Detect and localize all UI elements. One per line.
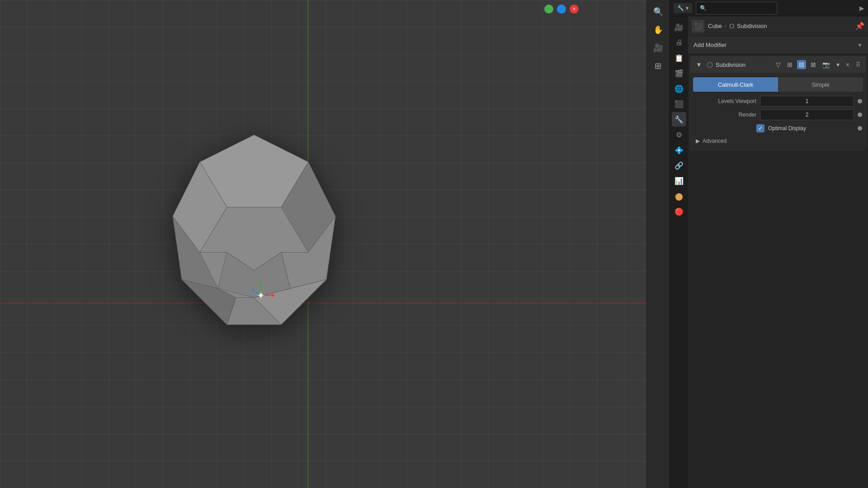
optimal-display-label: Optimal Display (768, 125, 806, 131)
sidebar-item-modifiers[interactable]: 🔧 (672, 112, 686, 127)
render-input[interactable] (760, 109, 854, 120)
camera-button[interactable]: 🎥 (650, 40, 666, 56)
advanced-toggle-btn[interactable]: ▶ Advanced (696, 138, 726, 144)
sidebar-item-data[interactable]: 📊 (672, 174, 686, 188)
window-close-btn[interactable]: × (570, 5, 579, 14)
mesh-object (146, 126, 363, 362)
modifier-delete-btn[interactable]: × (844, 60, 851, 69)
zoom-button[interactable]: 🔍 (650, 4, 666, 20)
panel-icon: 🔧 (677, 5, 684, 11)
modifier-panel-body: Catmull-Clark Simple Levels Viewport Ren… (690, 73, 866, 150)
add-modifier-arrow: ▼ (857, 42, 863, 48)
advanced-chevron-icon: ▶ (696, 138, 700, 144)
breadcrumb-header: ⬛ Cube › ⬡ Subdivision 📌 (688, 16, 868, 36)
levels-viewport-label: Levels Viewport (698, 98, 756, 104)
breadcrumb: Cube › ⬡ Subdivision (708, 23, 852, 29)
simple-btn[interactable]: Simple (778, 77, 863, 92)
modifier-grid-btn[interactable]: ⠿ (854, 60, 862, 69)
grid-button[interactable]: ⊞ (650, 58, 666, 74)
add-modifier-label: Add Modifier (693, 42, 726, 48)
advanced-section: ▶ Advanced (690, 135, 866, 148)
render-keyframe-dot (858, 113, 862, 117)
sidebar-icons: 🎥 🖨 📋 🎬 🌐 ⬛ 🔧 ⚙ 💠 🔗 📊 ⬤ 🔴 (670, 16, 688, 488)
sidebar-item-world[interactable]: 🌐 (672, 81, 686, 96)
render-row: Render (690, 108, 866, 122)
sidebar-item-scene[interactable]: 🎬 (672, 66, 686, 80)
panel-top-header: 🔧 ▾ ▶ (670, 0, 868, 16)
pin-icon[interactable]: 📌 (855, 22, 864, 30)
add-modifier-button[interactable]: Add Modifier (693, 42, 857, 48)
pan-button[interactable]: ✋ (650, 22, 666, 38)
sidebar-item-particles[interactable]: ⚙ (672, 127, 686, 142)
modifier-cage-btn[interactable]: ⊠ (809, 60, 818, 69)
sidebar-item-material[interactable]: ⬤ (672, 189, 686, 203)
object-icon-box: ⬛ (692, 20, 704, 33)
viewport-toolbar: 🔍 ✋ 🎥 ⊞ (646, 0, 669, 488)
modifier-type-icon: ⬡ (707, 61, 713, 69)
pan-icon: ✋ (653, 25, 663, 35)
window-minimize-btn[interactable] (557, 5, 566, 14)
optimal-display-row: ✓ Optimal Display (690, 122, 866, 135)
modifier-collapse-btn[interactable]: ▼ (694, 60, 704, 69)
camera-icon: 🎥 (653, 43, 663, 53)
modifier-realtime-btn[interactable]: ▽ (774, 60, 783, 69)
breadcrumb-object: Cube (708, 23, 722, 29)
breadcrumb-modifier: Subdivision (737, 23, 767, 29)
levels-viewport-row: Levels Viewport (690, 94, 866, 108)
sidebar-item-viewlayer[interactable]: 📋 (672, 51, 686, 65)
panel-icon-dropdown[interactable]: 🔧 ▾ (674, 3, 692, 13)
close-icon: × (572, 6, 576, 12)
main-layout: × (0, 0, 868, 488)
sidebar-item-output[interactable]: 🖨 (672, 35, 686, 50)
sidebar-item-render[interactable]: 🎥 (672, 20, 686, 34)
search-input[interactable] (696, 2, 777, 14)
sidebar-item-physics[interactable]: 💠 (672, 143, 686, 157)
window-controls: × (544, 5, 579, 14)
sidebar-item-object[interactable]: ⬛ (672, 97, 686, 111)
modifier-render-btn[interactable]: ⊞ (785, 60, 794, 69)
modifier-camera-btn[interactable]: 📷 (821, 60, 832, 69)
breadcrumb-separator: › (725, 23, 726, 29)
modifier-expand-btn[interactable]: ▾ (835, 60, 841, 69)
optimal-display-checkbox[interactable]: ✓ (756, 124, 764, 132)
object-cube-icon: ⬛ (694, 23, 702, 30)
viewport[interactable]: × (0, 0, 669, 488)
sidebar-item-constraints[interactable]: 🔗 (672, 158, 686, 173)
render-label: Render (698, 112, 756, 118)
right-panel-inner: 🎥 🖨 📋 🎬 🌐 ⬛ 🔧 ⚙ 💠 🔗 📊 ⬤ 🔴 ⬛ (670, 16, 868, 488)
modifier-edit-btn[interactable]: ⊟ (797, 60, 806, 69)
optimal-display-keyframe-dot (858, 126, 862, 131)
type-selector: Catmull-Clark Simple (693, 77, 863, 92)
modifier-panel-header: ▼ ⬡ Subdivision ▽ ⊞ ⊟ ⊠ 📷 ▾ × ⠿ (690, 56, 866, 73)
window-maximize-btn[interactable] (544, 5, 553, 14)
levels-viewport-keyframe-dot (858, 99, 862, 103)
grid-icon: ⊞ (655, 61, 661, 71)
panel-icon-arrow: ▾ (686, 5, 689, 11)
levels-viewport-input[interactable] (760, 96, 854, 107)
modifier-name: Subdivision (716, 61, 771, 68)
zoom-icon: 🔍 (653, 7, 663, 17)
sidebar-item-object-data[interactable]: 🔴 (672, 204, 686, 219)
add-modifier-bar: Add Modifier ▼ (688, 36, 868, 54)
right-panel: 🔧 ▾ ▶ 🎥 🖨 📋 🎬 🌐 ⬛ 🔧 ⚙ 💠 🔗 📊 ⬤ (669, 0, 868, 488)
breadcrumb-modifier-icon: ⬡ (729, 23, 734, 29)
properties-content: ⬛ Cube › ⬡ Subdivision 📌 Add Modifier (688, 16, 868, 488)
modifier-panel: ▼ ⬡ Subdivision ▽ ⊞ ⊟ ⊠ 📷 ▾ × ⠿ (690, 56, 866, 150)
expand-icon: ▶ (859, 5, 864, 12)
catmull-clark-btn[interactable]: Catmull-Clark (693, 77, 778, 92)
advanced-label: Advanced (703, 138, 726, 144)
